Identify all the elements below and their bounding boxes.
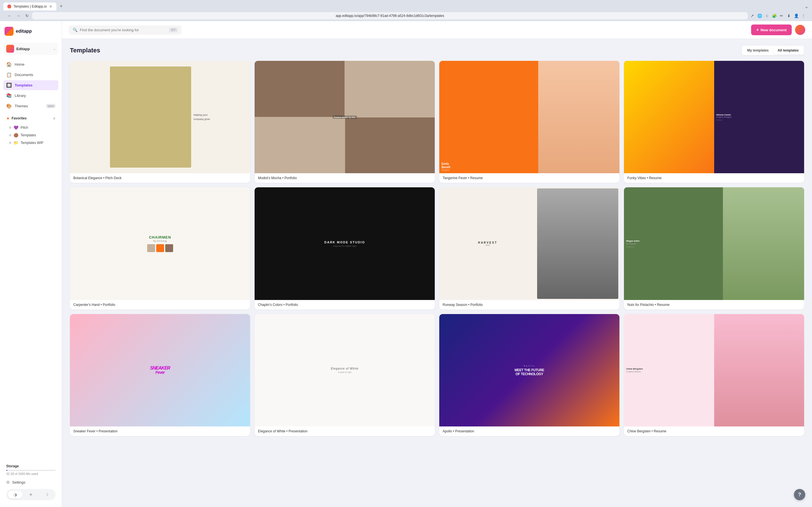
theme-system-button[interactable]: ☀ <box>24 491 38 499</box>
tab-overflow-button[interactable]: ⌄ <box>804 3 809 10</box>
help-button[interactable]: ? <box>794 489 805 500</box>
home-label: Home <box>15 62 24 66</box>
template-card-chaplin[interactable]: DARK MODE STUDIO A day live for brighter… <box>255 187 435 309</box>
template-thumbnail-carpenter: CHAIRMEN Big Soft Energy <box>70 187 250 300</box>
external-link-icon[interactable]: ↗ <box>749 13 755 18</box>
storage-bar <box>6 470 56 471</box>
favorites-item-templates[interactable]: 🟤 Templates <box>3 131 58 139</box>
sidebar: editapp Editapp ⌄ 🏠 Home 📋 Documents 🔲 T… <box>0 21 62 507</box>
template-info-chaplin: Chaplin's Colors • Portfolio <box>255 300 435 309</box>
logo-text: editapp <box>16 29 32 34</box>
nav-menu: 🏠 Home 📋 Documents 🔲 Templates 📚 Library… <box>3 59 58 112</box>
templates-wip-label: Templates WIP <box>20 141 43 145</box>
tab-group: My templates All templates <box>742 46 804 55</box>
template-info-carpenter: Carpenter's Hand • Portfolio <box>70 300 250 309</box>
main-content: 🔍 ⌘F + New document Templates My templat… <box>62 21 812 507</box>
profile-icon[interactable]: 👤 <box>794 13 799 18</box>
template-thumbnail-apollo: Apollo MEET THE FUTUREOF TECHNOLOGY <box>439 314 619 427</box>
back-button[interactable]: ← <box>6 13 13 18</box>
template-card-tangerine[interactable]: EmilyBenett Designer Tangerine Fever • R… <box>439 61 619 183</box>
tab-close-button[interactable]: ✕ <box>49 4 52 9</box>
logo: editapp <box>3 25 58 37</box>
star-icon: ★ <box>6 116 10 121</box>
forward-button[interactable]: → <box>15 13 22 18</box>
pitch-label: Pitch <box>20 126 28 129</box>
pen-icon[interactable]: ✏ <box>779 13 784 18</box>
search-icon: 🔍 <box>73 27 78 32</box>
download-icon[interactable]: ⬇ <box>786 13 792 18</box>
all-templates-tab[interactable]: All templates <box>773 47 803 54</box>
template-info-funky: Funky Vibes • Resume <box>624 173 804 183</box>
template-card-funky[interactable]: Helena Carter Graphic Designer Portfolio… <box>624 61 804 183</box>
templates-label: Templates <box>20 133 36 137</box>
my-templates-tab[interactable]: My templates <box>743 47 773 54</box>
bookmark-icon[interactable]: ☆ <box>764 13 770 18</box>
templates-area: Templates My templates All templates Hel… <box>62 39 812 507</box>
settings-item[interactable]: ⚙ Settings <box>3 478 58 487</box>
template-info-elegance: Elegance of White • Presentation <box>255 427 435 436</box>
logo-icon <box>4 27 13 36</box>
sidebar-item-themes[interactable]: 🎨 Themes soon <box>3 101 58 111</box>
tab-favicon <box>7 4 11 8</box>
template-card-botanical[interactable]: Helping yourcompany grow Botanical Elega… <box>70 61 250 183</box>
template-name-nuts: Nuts for Pistachio • Resume <box>627 303 801 307</box>
settings-label: Settings <box>12 480 26 485</box>
template-thumbnail-pink-resume: Chloe Bergsten Creative Director <box>624 314 804 427</box>
menu-icon[interactable]: ⋮ <box>801 13 806 18</box>
template-thumbnail-chaplin: DARK MODE STUDIO A day live for brighter… <box>255 187 435 300</box>
sidebar-item-templates[interactable]: 🔲 Templates <box>3 80 58 90</box>
template-info-mocha: Modist's Mocha • Portfolio <box>255 173 435 183</box>
template-name-apollo: Apollo • Presentation <box>443 429 616 433</box>
plus-icon: + <box>756 27 759 33</box>
avatar[interactable] <box>795 25 805 35</box>
template-info-tangerine: Tangerine Fever • Resume <box>439 173 619 183</box>
template-card-nuts[interactable]: Megan Adler Art Director Experience Nuts… <box>624 187 804 309</box>
top-bar-right: + New document <box>751 24 805 35</box>
template-card-runway[interactable]: HARVEST 2023 Runway Season • Portfolio <box>439 187 619 309</box>
template-name-botanical: Botanical Elegance • Pitch Deck <box>73 176 247 180</box>
search-box[interactable]: 🔍 ⌘F <box>69 25 182 35</box>
favorites-label: Favorites <box>11 116 27 120</box>
template-card-carpenter[interactable]: CHAIRMEN Big Soft Energy Carpenter's Han… <box>70 187 250 309</box>
template-name-mocha: Modist's Mocha • Portfolio <box>258 176 432 180</box>
new-document-button[interactable]: + New document <box>751 24 792 35</box>
search-input[interactable] <box>80 28 167 32</box>
extension-icon[interactable]: 🧩 <box>771 13 777 18</box>
browser-tab[interactable]: Templates | Editapp.io ✕ <box>3 3 56 10</box>
url-text: app.editapp.io/app/794b98c7-91ad-4798-a5… <box>36 14 744 18</box>
template-card-sneaker[interactable]: SNEAKER Fever Sneaker Fever • Presentati… <box>70 314 250 436</box>
refresh-button[interactable]: ↻ <box>24 13 31 18</box>
favorites-section-header[interactable]: ★ Favorites ∧ <box>3 115 58 122</box>
template-card-elegance[interactable]: Elegance of White A world of Light Elega… <box>255 314 435 436</box>
sidebar-item-library[interactable]: 📚 Library <box>3 91 58 101</box>
template-name-funky: Funky Vibes • Resume <box>627 176 801 180</box>
favorites-item-pitch[interactable]: 💜 Pitch <box>3 124 58 131</box>
templates-icon: 🟤 <box>13 133 18 137</box>
library-label: Library <box>15 94 26 98</box>
new-document-label: New document <box>761 28 786 32</box>
template-thumbnail-tangerine: EmilyBenett Designer <box>439 61 619 173</box>
sidebar-item-home[interactable]: 🏠 Home <box>3 59 58 69</box>
workspace-selector[interactable]: Editapp ⌄ <box>3 43 58 55</box>
storage-title: Storage <box>6 464 56 468</box>
favorites-list: 💜 Pitch 🟤 Templates 📁 Templates WIP <box>3 124 58 147</box>
favorites-item-templates-wip[interactable]: 📁 Templates WIP <box>3 139 58 147</box>
template-name-pink-resume: Chloe Bergsten • Resume <box>627 429 801 433</box>
chevron-down-icon: ⌄ <box>53 47 56 50</box>
template-card-mocha[interactable]: Fashion Studio by Alex Modist's Mocha • … <box>255 61 435 183</box>
template-info-apollo: Apollo • Presentation <box>439 427 619 436</box>
sidebar-item-documents[interactable]: 📋 Documents <box>3 70 58 80</box>
pitch-icon: 💜 <box>13 125 18 130</box>
template-name-elegance: Elegance of White • Presentation <box>258 429 432 433</box>
fav-dot <box>9 126 11 129</box>
theme-light-button[interactable]: ◑ <box>8 491 22 499</box>
new-tab-button[interactable]: + <box>57 2 65 10</box>
template-thumbnail-funky: Helena Carter Graphic Designer Portfolio <box>624 61 804 173</box>
template-thumbnail-runway: HARVEST 2023 <box>439 187 619 300</box>
template-card-apollo[interactable]: Apollo MEET THE FUTUREOF TECHNOLOGY Apol… <box>439 314 619 436</box>
theme-dark-button[interactable]: ☽ <box>39 491 54 499</box>
template-thumbnail-botanical: Helping yourcompany grow <box>70 61 250 173</box>
template-card-pink-resume[interactable]: Chloe Bergsten Creative Director Chloe B… <box>624 314 804 436</box>
translate-icon[interactable]: 🌐 <box>757 13 762 18</box>
template-info-nuts: Nuts for Pistachio • Resume <box>624 300 804 309</box>
